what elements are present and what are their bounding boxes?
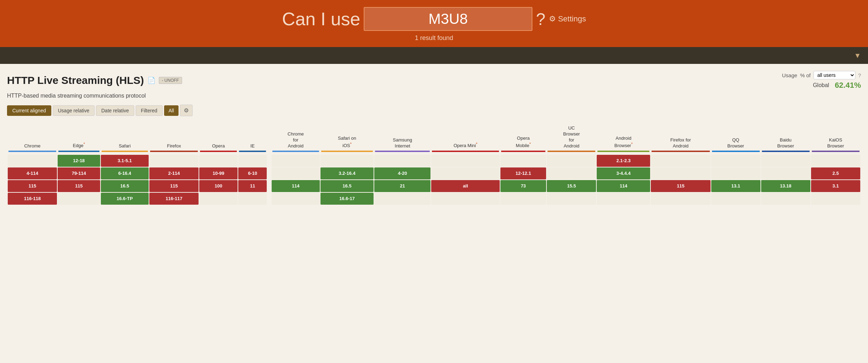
result-found-text: 1 result found <box>0 34 868 42</box>
support-cell-baidu <box>761 155 810 167</box>
support-cell-firefox_android: 115 <box>651 180 710 192</box>
support-cell-safari: 6-16.4 <box>101 167 149 179</box>
support-cell-firefox_android <box>651 155 710 167</box>
browser-header-baidu: BaiduBrowser <box>761 124 810 154</box>
support-cell-baidu <box>761 167 810 179</box>
support-cell-uc <box>547 167 596 179</box>
support-cell-firefox_android <box>651 167 710 179</box>
date-relative-button[interactable]: Date relative <box>96 105 134 116</box>
support-cell-qq: 13.1 <box>711 180 760 192</box>
unoff-badge[interactable]: - UNOFF <box>159 77 182 84</box>
browser-header-ie: IE <box>238 124 267 154</box>
support-cell-safari_ios <box>320 155 374 167</box>
browser-header-opera-mini: Opera Mini* <box>431 124 500 154</box>
support-cell-safari_ios: 16.5 <box>320 180 374 192</box>
support-cell-android: 114 <box>597 180 650 192</box>
support-cell-opera_mobile <box>500 155 546 167</box>
view-buttons: Current aligned Usage relative Date rela… <box>7 105 861 116</box>
feature-title: HTTP Live Streaming (HLS) 📄 - UNOFF <box>7 74 182 86</box>
support-cell-firefox: 2-114 <box>149 167 199 179</box>
support-cell-firefox <box>149 155 199 167</box>
support-cell-opera_mini <box>431 167 500 179</box>
support-cell-android <box>597 193 650 205</box>
browser-header-chrome-android: ChromeforAndroid <box>272 124 319 154</box>
support-cell-opera_mini: all <box>431 180 500 192</box>
support-cell-chrome_android <box>272 155 319 167</box>
table-settings-button[interactable]: ⚙ <box>180 105 193 116</box>
support-cell-firefox: 116-117 <box>149 193 199 205</box>
browser-header-edge: Edge* <box>58 124 100 154</box>
support-cell-kaios <box>811 155 860 167</box>
all-button[interactable]: All <box>164 105 179 116</box>
support-cell-firefox: 115 <box>149 180 199 192</box>
gear-icon: ⚙ <box>549 14 556 24</box>
support-cell-opera_mini <box>431 155 500 167</box>
search-input[interactable] <box>364 7 532 31</box>
usage-relative-button[interactable]: Usage relative <box>53 105 95 116</box>
support-cell-edge: 115 <box>58 180 100 192</box>
support-cell-uc <box>547 155 596 167</box>
support-cell-opera_mobile <box>500 193 546 205</box>
support-cell-chrome_android <box>272 167 319 179</box>
support-cell-opera: 10-99 <box>199 167 238 179</box>
browser-header-safari: Safari <box>101 124 149 154</box>
support-cell-ie: 11 <box>238 180 267 192</box>
support-cell-qq <box>711 155 760 167</box>
filter-icon[interactable]: ▼ <box>854 52 861 60</box>
percent-of-label: % of <box>800 72 811 78</box>
usage-label: Usage <box>782 72 797 78</box>
support-cell-qq <box>711 167 760 179</box>
support-cell-baidu: 13.18 <box>761 180 810 192</box>
support-cell-safari_ios: 16.6-17 <box>320 193 374 205</box>
support-cell-samsung: 4-20 <box>374 167 430 179</box>
support-cell-chrome_android: 114 <box>272 180 319 192</box>
support-cell-opera <box>199 155 238 167</box>
header: Can I use ? ⚙ Settings 1 result found <box>0 0 868 47</box>
support-cell-baidu <box>761 193 810 205</box>
support-cell-chrome: 115 <box>8 180 57 192</box>
browser-header-kaios: KaiOSBrowser <box>811 124 860 154</box>
support-cell-samsung <box>374 193 430 205</box>
support-cell-android: 3-4.4.4 <box>597 167 650 179</box>
doc-icon[interactable]: 📄 <box>148 77 155 84</box>
can-i-use-label: Can I use <box>282 8 361 29</box>
browser-header-qq: QQBrowser <box>711 124 760 154</box>
support-cell-samsung: 21 <box>374 180 430 192</box>
support-cell-opera <box>199 193 238 205</box>
title-row: HTTP Live Streaming (HLS) 📄 - UNOFF Usag… <box>7 71 861 90</box>
support-cell-safari_ios: 3.2-16.4 <box>320 167 374 179</box>
support-cell-edge <box>58 193 100 205</box>
help-icon[interactable]: ? <box>536 9 545 29</box>
filter-bar: ▼ <box>0 47 868 64</box>
support-cell-ie <box>238 193 267 205</box>
current-aligned-button[interactable]: Current aligned <box>7 105 51 116</box>
settings-button[interactable]: ⚙ Settings <box>549 14 586 24</box>
main-content: HTTP Live Streaming (HLS) 📄 - UNOFF Usag… <box>0 64 868 209</box>
browser-header-safari-ios: Safari oniOS* <box>320 124 374 154</box>
support-cell-chrome <box>8 155 57 167</box>
support-cell-edge: 12-18 <box>58 155 100 167</box>
support-cell-opera_mobile: 73 <box>500 180 546 192</box>
support-cell-opera: 100 <box>199 180 238 192</box>
filtered-button[interactable]: Filtered <box>136 105 163 116</box>
browser-header-opera-mobile: OperaMobile* <box>500 124 546 154</box>
feature-name: HTTP Live Streaming (HLS) <box>7 74 144 86</box>
support-cell-android: 2.1-2.3 <box>597 155 650 167</box>
usage-help-icon[interactable]: ? <box>858 72 861 78</box>
usage-select[interactable]: all users tracked users <box>814 71 855 79</box>
support-cell-safari: 3.1-5.1 <box>101 155 149 167</box>
browser-header-firefox-android: Firefox forAndroid <box>651 124 710 154</box>
support-cell-chrome: 4-114 <box>8 167 57 179</box>
support-cell-edge: 79-114 <box>58 167 100 179</box>
browser-header-opera: Opera <box>199 124 238 154</box>
support-cell-ie: 6-10 <box>238 167 267 179</box>
support-cell-chrome_android <box>272 193 319 205</box>
support-cell-safari: 16.5 <box>101 180 149 192</box>
support-table: Chrome Edge* Safari Firefox <box>7 123 861 205</box>
browser-header-firefox: Firefox <box>149 124 199 154</box>
support-cell-opera_mobile: 12-12.1 <box>500 167 546 179</box>
global-percent: 62.41% <box>835 81 861 90</box>
support-cell-opera_mini <box>431 193 500 205</box>
global-label: Global <box>813 82 829 88</box>
feature-description: HTTP-based media streaming communication… <box>7 93 861 99</box>
